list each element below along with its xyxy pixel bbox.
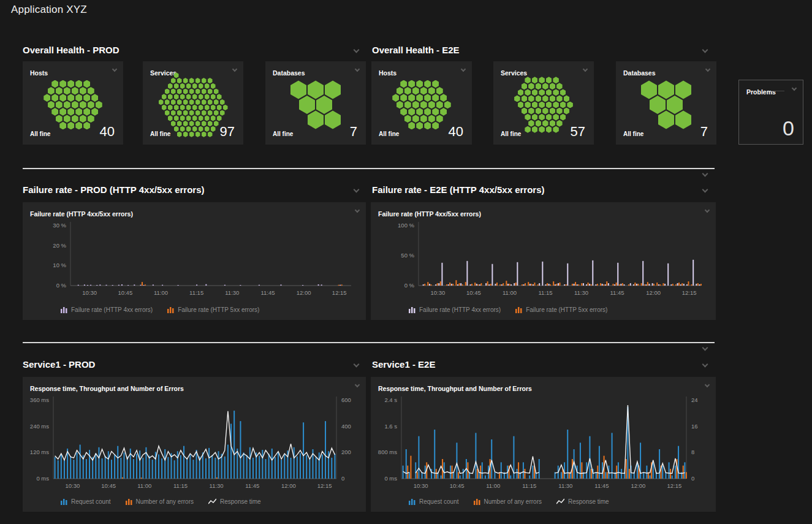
failure-5xx-bar: [675, 284, 677, 286]
chevron-down-icon[interactable]: [705, 382, 710, 387]
health-hexagon: [195, 78, 200, 83]
health-tile-prod-services[interactable]: Services All fine97: [143, 61, 243, 145]
x-axis-label: 12:15: [317, 482, 332, 489]
health-tile-e2e-services[interactable]: Services All fine57: [493, 61, 594, 145]
health-tile-e2e-databases[interactable]: Databases All fine7: [616, 61, 716, 145]
health-hexagon: [546, 77, 552, 83]
health-hexagon: [75, 80, 82, 88]
x-axis-label: 10:45: [466, 289, 481, 296]
request-count-bar: [252, 458, 254, 479]
chevron-down-icon[interactable]: [702, 345, 708, 351]
health-hexagon: [528, 108, 534, 115]
chart-tile-service1-prod[interactable]: Response time, Throughput and Number of …: [23, 377, 366, 512]
chart-tile-service1-e2e[interactable]: Response time, Throughput and Number of …: [371, 377, 716, 512]
health-hexagon: [192, 105, 197, 110]
legend-item-failure-4xx[interactable]: Failure rate (HTTP 4xx errors): [61, 306, 153, 313]
request-count-bar: [672, 476, 673, 479]
chevron-down-icon[interactable]: [702, 187, 708, 193]
chevron-down-icon[interactable]: [705, 208, 710, 213]
failure-4xx-bar: [479, 284, 480, 286]
chevron-down-icon[interactable]: [232, 67, 237, 72]
health-hexagon: [199, 83, 203, 89]
legend-item-failure-5xx[interactable]: Failure rate (HTTP 5xx errors): [515, 306, 607, 313]
failure-4xx-bar: [677, 283, 678, 286]
request-count-bar: [669, 462, 670, 479]
health-hexagon: [91, 94, 98, 102]
health-hexagon: [560, 102, 566, 108]
chart-tile-failure-prod[interactable]: Failure rate (HTTP 4xx/5xx errors) 30 %2…: [23, 202, 366, 320]
failure-4xx-bar: [87, 285, 88, 286]
health-hexagon: [400, 108, 407, 116]
health-hexagon: [168, 94, 173, 99]
failure-4xx-bar: [470, 284, 471, 286]
health-hexagon: [72, 87, 78, 95]
health-hexagon: [658, 80, 674, 99]
chevron-down-icon[interactable]: [702, 362, 708, 368]
health-tile-prod-hosts[interactable]: Hosts All fine40: [23, 61, 123, 145]
chevron-down-icon[interactable]: [355, 382, 360, 387]
health-hexagon: [404, 115, 411, 123]
failure-4xx-bar: [441, 263, 442, 286]
request-count-bar: [290, 458, 292, 479]
health-hexagon: [556, 83, 563, 89]
x-axis-label: 11:15: [538, 289, 552, 296]
request-count-bar: [164, 449, 165, 479]
request-count-bar: [259, 456, 260, 479]
chevron-down-icon[interactable]: [354, 47, 360, 53]
failure-4xx-bar: [476, 284, 477, 286]
health-hexagon: [223, 105, 228, 110]
health-hexagon: [96, 101, 102, 109]
chevron-down-icon[interactable]: [355, 67, 360, 72]
chevron-down-icon[interactable]: [702, 47, 708, 53]
failure-4xx-bar: [680, 284, 681, 286]
y-axis-label: 0 %: [404, 282, 415, 289]
legend-item-request-count[interactable]: Request count: [61, 498, 111, 505]
failure-4xx-bar: [205, 284, 207, 286]
legend-item-failure-4xx[interactable]: Failure rate (HTTP 4xx errors): [409, 306, 501, 313]
chevron-down-icon[interactable]: [354, 362, 360, 368]
failure-5xx-bar: [644, 284, 645, 286]
chevron-down-icon[interactable]: [702, 171, 708, 177]
request-count-bar: [482, 462, 483, 479]
request-count-bar: [621, 469, 622, 479]
problems-tile[interactable]: Problems 0: [738, 80, 803, 145]
failure-5xx-bar: [499, 284, 501, 286]
health-tile-e2e-hosts[interactable]: Hosts All fine40: [371, 61, 472, 145]
chevron-down-icon[interactable]: [705, 67, 710, 72]
chevron-down-icon[interactable]: [355, 208, 360, 213]
health-hexagon: [72, 101, 78, 109]
chevron-down-icon[interactable]: [583, 67, 588, 72]
health-hexagon: [44, 94, 50, 102]
y-axis-label: 0: [691, 475, 694, 482]
legend-item-error-count[interactable]: Number of any errors: [126, 498, 194, 505]
health-hexagon: [397, 87, 403, 95]
failure-4xx-bar: [84, 284, 85, 286]
chevron-down-icon[interactable]: [792, 86, 797, 91]
health-tile-prod-databases[interactable]: Databases All fine7: [265, 61, 366, 145]
health-hexagon: [186, 115, 191, 121]
x-axis-label: 12:00: [631, 482, 646, 489]
health-hexagon: [80, 101, 86, 109]
failure-4xx-bar: [134, 284, 135, 286]
legend-bars-icon: [126, 498, 132, 505]
failure-5xx-bar: [465, 282, 466, 286]
legend-item-request-count[interactable]: Request count: [409, 498, 459, 505]
chevron-down-icon[interactable]: [112, 67, 117, 72]
health-hexagon: [424, 108, 431, 116]
legend-item-error-count[interactable]: Number of any errors: [474, 498, 542, 505]
health-hexagon: [412, 101, 419, 109]
legend-item-failure-5xx[interactable]: Failure rate (HTTP 5xx errors): [167, 306, 259, 313]
chevron-down-icon[interactable]: [461, 67, 466, 72]
legend-item-response-time[interactable]: Response time: [208, 498, 261, 505]
tile-title: Problems: [746, 88, 776, 96]
failure-5xx-bar: [338, 285, 340, 286]
error-count-bar: [458, 472, 459, 479]
failure-4xx-bar: [196, 284, 197, 286]
legend-bars-icon: [61, 498, 67, 505]
legend-item-response-time[interactable]: Response time: [556, 498, 609, 505]
chevron-down-icon[interactable]: [354, 187, 360, 193]
chart-legend: Failure rate (HTTP 4xx errors)Failure ra…: [409, 306, 622, 313]
failure-4xx-bar: [583, 283, 584, 286]
health-hexagon: [180, 94, 185, 99]
chart-tile-failure-e2e[interactable]: Failure rate (HTTP 4xx/5xx errors) 100 %…: [371, 202, 716, 320]
